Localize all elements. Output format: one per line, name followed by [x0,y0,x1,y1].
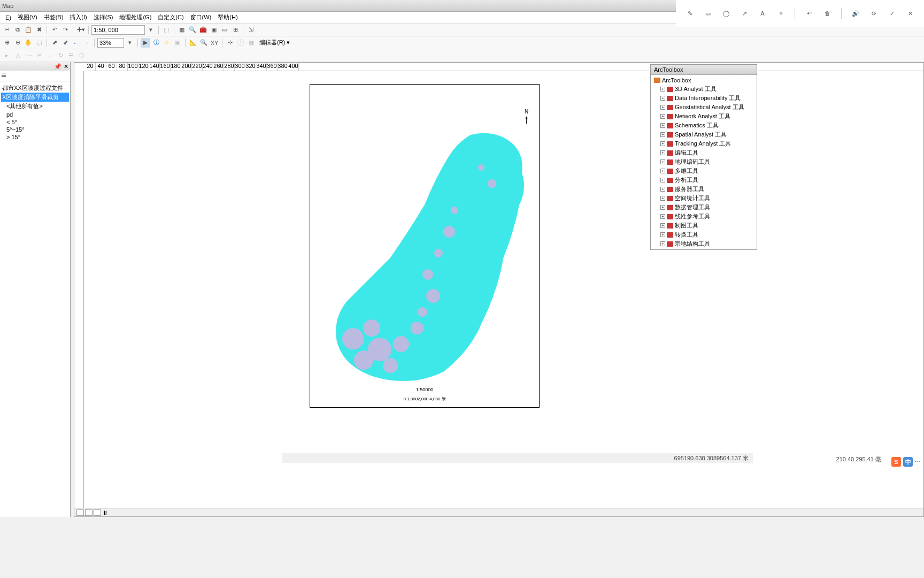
menu-selection[interactable]: 选择(S) [90,12,117,22]
toolbox-item[interactable]: +制图工具 [652,221,756,230]
ime-s-badge[interactable]: S [891,457,901,467]
find-route-icon[interactable]: XY [210,38,219,48]
expand-icon[interactable]: + [660,241,665,246]
select-icon[interactable]: ▶ [141,38,150,48]
cut-icon[interactable]: ✂ [2,25,12,35]
identify-icon[interactable]: ⓘ [151,38,161,48]
delete-x-icon[interactable]: ✖ [34,25,44,35]
toolbox-item[interactable]: +Schematics 工具 [652,121,756,130]
zoom-in-icon[interactable]: ⊕ [2,38,12,48]
pan-icon[interactable]: ✋ [24,38,33,48]
expand-icon[interactable]: + [660,169,665,173]
highlight-icon[interactable]: ✧ [776,9,785,18]
toolbox-item[interactable]: +分析工具 [652,176,756,185]
rectangle-icon[interactable]: ▭ [704,9,712,18]
toc-value-other[interactable]: <其他所有值> [1,102,69,111]
toolbox-item[interactable]: +Tracking Analyst 工具 [652,139,756,148]
zoom-out-icon[interactable]: ⊖ [13,38,22,48]
undo-icon[interactable]: ↶ [50,25,59,35]
scale-dropdown-icon[interactable]: ▾ [146,25,156,35]
toolbox-item[interactable]: +Geostatistical Analyst 工具 [652,103,756,112]
arctoolbox-root[interactable]: ArcToolbox [652,76,756,85]
layout-view-tab[interactable] [85,509,93,516]
menu-window[interactable]: 窗口(W) [187,12,215,22]
pin-icon[interactable]: 📌 [54,63,61,70]
text-icon[interactable]: A [758,9,767,18]
circle-icon[interactable]: ◯ [722,9,730,18]
check-icon[interactable]: ✓ [888,9,896,18]
menu-edit[interactable]: E) [2,13,14,22]
menu-geoprocessing[interactable]: 地理处理(G) [116,12,155,22]
toolbox-item[interactable]: +线性参考工具 [652,212,756,221]
menu-insert[interactable]: 插入(I) [66,12,90,22]
python-icon[interactable]: ▣ [209,25,219,35]
copy-icon[interactable]: ⧉ [13,25,22,35]
expand-icon[interactable]: + [660,187,665,192]
model-icon[interactable]: ▭ [220,25,229,35]
expand-icon[interactable]: + [660,196,665,201]
ime-cn-badge[interactable]: 中 [903,457,913,467]
toolbox-item[interactable]: +编辑工具 [652,148,756,157]
scale-input[interactable] [91,25,145,35]
expand-icon[interactable]: + [660,87,665,92]
close-panel-icon[interactable]: ✕ [64,63,68,70]
expand-icon[interactable]: + [660,214,665,219]
arrow-icon[interactable]: ↗ [740,9,749,18]
scale-bar[interactable]: 0 1,0002,000 4,000 米 [310,396,539,402]
expand-icon[interactable]: + [660,232,665,237]
back-icon[interactable]: ← [71,38,81,48]
toc-field-pd[interactable]: pd [1,111,69,118]
toolbox-item[interactable]: +Spatial Analyst 工具 [652,130,756,139]
menu-help[interactable]: 帮助(H) [214,12,241,22]
table-icon[interactable]: ⊞ [230,25,240,35]
toolbox-item[interactable]: +地理编码工具 [652,157,756,166]
redo-icon[interactable]: ↷ [60,25,70,35]
refresh-view-icon[interactable] [94,509,101,516]
paste-icon[interactable]: 📋 [24,25,33,35]
toolbox-item[interactable]: +数据管理工具 [652,203,756,212]
toolbox-item[interactable]: +Data Interoperability 工具 [652,94,756,103]
close-icon[interactable]: ✕ [906,9,914,18]
launch-icon[interactable]: ⇲ [246,25,256,35]
undo-icon[interactable]: ↶ [805,9,813,18]
toolbox-item[interactable]: +宗地结构工具 [652,239,756,248]
editor-dropdown[interactable]: 编辑器(R) ▾ [257,39,292,47]
add-data-icon[interactable]: ✚▾ [76,25,86,35]
expand-icon[interactable]: + [660,178,665,182]
menu-customize[interactable]: 自定义(C) [155,12,187,22]
toc-class-lt5[interactable]: < 5° [1,118,69,126]
zoom-dropdown-icon[interactable]: ▾ [125,38,135,48]
search-icon[interactable]: 🔍 [188,25,197,35]
toolbox-item[interactable]: +Network Analyst 工具 [652,112,756,121]
menu-bookmarks[interactable]: 书签(B) [41,12,67,22]
ime-more-icon[interactable]: ⋯ [915,459,921,466]
expand-icon[interactable]: + [660,114,665,119]
list-by-drawing-icon[interactable]: ☰ [1,72,6,78]
expand-icon[interactable]: + [660,123,665,128]
scale-text[interactable]: 1:50000 [310,387,539,392]
data-view-tab[interactable] [76,509,84,516]
pause-draw-icon[interactable]: ⏸ [102,509,108,516]
full-extent-icon[interactable]: ⬚ [34,38,44,48]
toc-layer-root[interactable]: 都市XX区坡度过程文件 [1,83,69,93]
catalog-icon[interactable]: ▦ [177,25,187,35]
zoom-input[interactable] [97,38,124,48]
expand-icon[interactable]: + [660,223,665,228]
menu-view[interactable]: 视图(V) [14,12,41,22]
layout-frame[interactable]: 1:50000 0 1,0002,000 4,000 米 [310,84,540,408]
north-arrow-icon[interactable] [523,109,529,124]
expand-icon[interactable]: + [660,132,665,137]
expand-icon[interactable]: + [660,96,665,101]
find-icon[interactable]: 🔍 [199,38,209,48]
toolbox-item[interactable]: +服务器工具 [652,185,756,194]
toc-layer-selected[interactable]: X区坡度消除平滑裁剪 [1,93,69,102]
fixed-zoom-out-icon[interactable]: ⬋ [60,38,70,48]
sound-icon[interactable]: 🔊 [851,9,860,18]
measure-icon[interactable]: 📐 [188,38,198,48]
toolbox-item[interactable]: +3D Analyst 工具 [652,85,756,94]
toc-class-gt15[interactable]: > 15° [1,133,69,141]
arctoolbox-header[interactable]: ArcToolbox [651,65,757,75]
editor-toolbar-icon[interactable]: ⬚ [161,25,171,35]
delete-icon[interactable]: 🗑 [823,9,831,18]
expand-icon[interactable]: + [660,105,665,110]
